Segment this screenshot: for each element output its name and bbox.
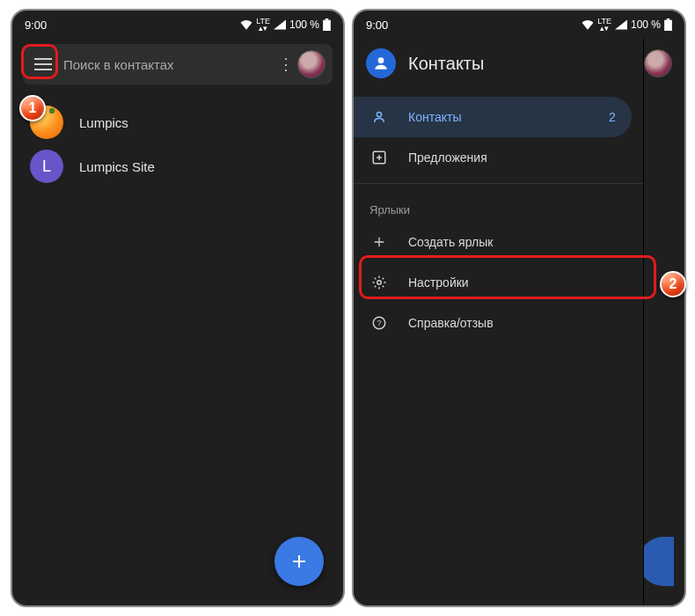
network-lte-icon: LTE▴▾ <box>597 18 611 32</box>
contact-name: Lumpics <box>79 115 128 130</box>
status-time: 9:00 <box>366 18 388 32</box>
signal-icon <box>615 19 627 30</box>
svg-rect-0 <box>323 20 331 31</box>
svg-text:?: ? <box>377 319 381 327</box>
status-bar: 9:00 LTE▴▾ 100 % <box>354 11 684 39</box>
contacts-list: Lumpics L Lumpics Site <box>12 90 343 188</box>
drawer-item-label: Предложения <box>408 150 487 165</box>
contacts-app-icon <box>366 48 396 78</box>
status-time: 9:00 <box>25 18 47 32</box>
svg-rect-4 <box>34 69 52 70</box>
svg-point-7 <box>378 57 384 63</box>
add-contact-fab[interactable] <box>274 537 324 586</box>
suggestions-icon <box>369 150 389 165</box>
hamburger-menu-button[interactable] <box>30 51 56 77</box>
more-options-button[interactable]: ⋮ <box>274 55 297 74</box>
drawer-item-suggestions[interactable]: Предложения <box>354 137 643 178</box>
drawer-item-label: Создать ярлык <box>408 235 493 249</box>
svg-rect-2 <box>34 58 52 60</box>
signal-icon <box>274 19 286 30</box>
gear-icon <box>369 275 389 290</box>
status-bar: 9:00 LTE▴▾ 100 % <box>12 11 343 39</box>
svg-rect-1 <box>326 18 329 20</box>
contact-name: Lumpics Site <box>79 159 155 174</box>
drawer-section-labels: Ярлыки <box>354 189 643 222</box>
battery-text: 100 % <box>289 18 319 31</box>
status-icons: LTE▴▾ 100 % <box>582 18 672 32</box>
drawer-title: Контакты <box>408 54 484 74</box>
phone-left: 9:00 LTE▴▾ 100 % Поиск в контактах ⋮ Lum… <box>11 9 345 607</box>
drawer-item-settings[interactable]: Настройки <box>354 262 643 303</box>
battery-icon <box>664 18 672 31</box>
phone-right: 9:00 LTE▴▾ 100 % Контакты <box>352 9 686 607</box>
search-bar: Поиск в контактах ⋮ <box>23 44 333 84</box>
search-input[interactable]: Поиск в контактах <box>56 57 274 72</box>
contact-avatar-icon: L <box>30 150 63 183</box>
contacts-count: 2 <box>609 110 616 124</box>
battery-icon <box>323 18 331 31</box>
account-avatar[interactable] <box>644 49 672 77</box>
contact-row[interactable]: Lumpics <box>30 100 334 144</box>
drawer-item-create-label[interactable]: Создать ярлык <box>354 222 643 262</box>
svg-rect-5 <box>664 20 672 31</box>
drawer-item-label: Контакты <box>408 110 461 124</box>
divider <box>354 183 643 184</box>
drawer-item-contacts[interactable]: Контакты 2 <box>354 97 632 137</box>
battery-text: 100 % <box>631 18 661 31</box>
svg-point-10 <box>377 281 382 285</box>
drawer-item-label: Справка/отзыв <box>408 316 494 330</box>
svg-rect-3 <box>34 63 52 65</box>
wifi-icon <box>582 19 594 30</box>
callout-badge-2: 2 <box>660 271 686 297</box>
add-contact-fab[interactable] <box>639 537 674 586</box>
help-icon: ? <box>369 315 389 331</box>
drawer-header: Контакты <box>354 39 643 88</box>
contact-row[interactable]: L Lumpics Site <box>30 144 334 188</box>
svg-rect-6 <box>667 18 670 20</box>
drawer-item-help[interactable]: ? Справка/отзыв <box>354 303 643 343</box>
drawer-item-label: Настройки <box>408 275 469 290</box>
person-icon <box>369 109 389 125</box>
svg-point-8 <box>377 112 381 116</box>
wifi-icon <box>240 19 252 30</box>
plus-icon <box>369 235 389 249</box>
navigation-drawer: Контакты Контакты 2 Предложения Ярлыки С… <box>354 39 644 605</box>
callout-badge-1: 1 <box>19 95 46 121</box>
status-icons: LTE▴▾ 100 % <box>240 18 331 32</box>
network-lte-icon: LTE▴▾ <box>256 18 270 32</box>
account-avatar[interactable] <box>297 50 326 78</box>
